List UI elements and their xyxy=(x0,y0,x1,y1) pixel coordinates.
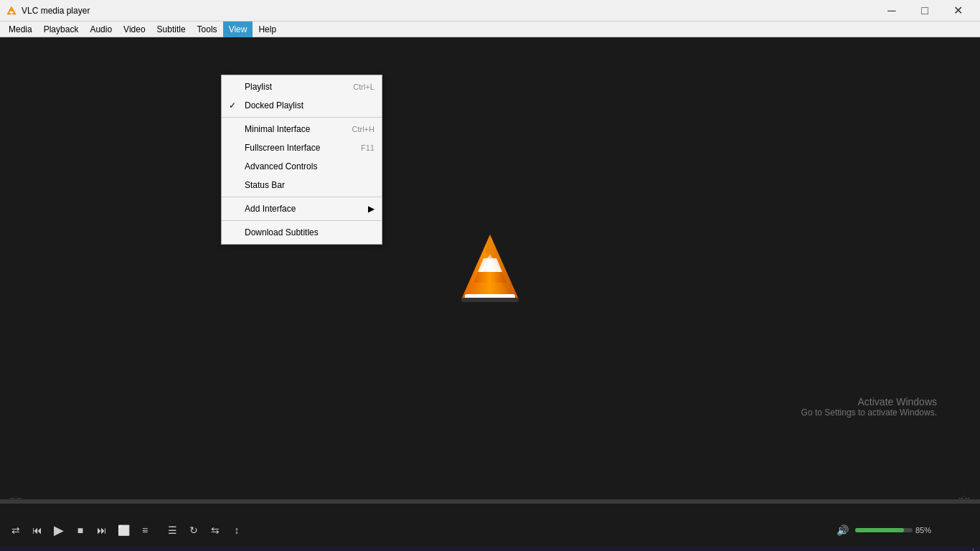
progress-row: --:-- --:-- xyxy=(0,504,980,514)
volume-bar-fill xyxy=(855,528,904,532)
loop-button[interactable]: ↕ xyxy=(227,520,247,540)
stop-button[interactable]: ■ xyxy=(70,520,90,540)
maximize-button[interactable]: □ xyxy=(908,0,941,22)
menu-bar: Media Playback Audio Video Subtitle Tool… xyxy=(0,22,980,37)
taskbar-music[interactable]: 🎵 xyxy=(550,548,576,551)
close-button[interactable]: ✕ xyxy=(941,0,974,22)
status-bar-label: Status Bar xyxy=(245,180,285,190)
minimal-interface-label: Minimal Interface xyxy=(245,124,310,134)
download-subtitles-label: Download Subtitles xyxy=(245,227,319,237)
volume-area: 🔊 85% xyxy=(832,520,937,540)
start-button[interactable] xyxy=(4,548,29,551)
svg-marker-0 xyxy=(7,6,16,14)
title-left: VLC media player xyxy=(6,5,90,17)
show-desktop-button[interactable] xyxy=(973,548,977,551)
taskbar-vlc[interactable] xyxy=(608,548,633,551)
taskbar-word[interactable]: W xyxy=(464,548,490,551)
separator-1 xyxy=(222,117,382,118)
activate-windows-subtitle: Go to Settings to activate Windows. xyxy=(801,408,937,418)
chapters-button[interactable]: ↻ xyxy=(184,520,204,540)
minimize-button[interactable]: ─ xyxy=(875,0,908,22)
volume-icon[interactable]: 🔊 xyxy=(832,520,852,540)
docked-playlist-label: Docked Playlist xyxy=(245,100,303,110)
prev-button[interactable]: ⏮ xyxy=(27,520,47,540)
fullscreen-interface-label: Fullscreen Interface xyxy=(245,143,320,153)
menu-tools[interactable]: Tools xyxy=(192,22,223,37)
taskbar-app-yellow[interactable]: G xyxy=(378,548,404,551)
shuffle-button[interactable]: ⇆ xyxy=(205,520,225,540)
time-remaining: --:-- xyxy=(958,494,970,501)
add-interface-arrow: ▶ xyxy=(368,204,374,214)
menu-video[interactable]: Video xyxy=(118,22,151,37)
next-button[interactable]: ⏭ xyxy=(92,520,112,540)
menu-item-playlist[interactable]: Playlist Ctrl+L xyxy=(222,77,382,96)
menu-view[interactable]: View xyxy=(223,22,253,37)
menu-playback[interactable]: Playback xyxy=(38,22,85,37)
taskbar-app-red[interactable]: ❤ xyxy=(493,548,519,551)
minimal-shortcut: Ctrl+H xyxy=(352,125,374,133)
stop-random-button[interactable]: ⇄ xyxy=(6,520,26,540)
activate-windows-title: Activate Windows xyxy=(801,396,937,408)
taskbar: 🔍 Type here to search ⧉ 📁 🛡 ⚙ ▲ G 🌀 W ❤ … xyxy=(0,547,980,551)
menu-audio[interactable]: Audio xyxy=(84,22,118,37)
title-bar: VLC media player ─ □ ✕ xyxy=(0,0,980,22)
activate-windows-watermark: Activate Windows Go to Settings to activ… xyxy=(801,396,937,418)
menu-item-add-interface[interactable]: Add Interface ▶ xyxy=(222,199,382,218)
menu-item-download-subtitles[interactable]: Download Subtitles xyxy=(222,223,382,242)
task-view-button[interactable]: ⧉ xyxy=(235,548,260,551)
taskbar-shield[interactable]: 🛡 xyxy=(292,548,318,551)
menu-subtitle[interactable]: Subtitle xyxy=(151,22,192,37)
vlc-icon xyxy=(6,5,17,17)
play-button[interactable]: ▶ xyxy=(49,520,69,540)
taskbar-app-circle[interactable]: ⊕ xyxy=(522,548,547,551)
system-tray: ⌨ 22°C 🌐 🔊 🔋 🔔 12:12 07/03/2022 xyxy=(842,548,977,551)
menu-item-advanced-controls[interactable]: Advanced Controls xyxy=(222,157,382,176)
extended-button[interactable]: ≡ xyxy=(135,520,155,540)
time-indicators: --:-- --:-- xyxy=(10,494,970,501)
check-docked-playlist: ✓ xyxy=(229,100,240,110)
menu-media[interactable]: Media xyxy=(3,22,38,37)
fullscreen-shortcut: F11 xyxy=(361,143,374,152)
controls-bar: ⇄ ⏮ ▶ ■ ⏭ ⬜ ≡ ☰ ↻ ⇆ ↕ 🔊 85% xyxy=(0,514,980,547)
svg-rect-1 xyxy=(10,11,14,13)
svg-rect-2 xyxy=(11,13,13,14)
separator-2 xyxy=(222,197,382,197)
volume-label: 85% xyxy=(915,526,937,534)
taskbar-file-explorer[interactable]: 📁 xyxy=(263,548,289,551)
vlc-cone xyxy=(458,231,522,310)
title-controls: ─ □ ✕ xyxy=(875,0,974,22)
menu-item-fullscreen-interface[interactable]: Fullscreen Interface F11 xyxy=(222,138,382,157)
taskbar-settings[interactable]: ⚙ xyxy=(321,548,347,551)
svg-marker-7 xyxy=(473,272,507,283)
menu-item-minimal-interface[interactable]: Minimal Interface Ctrl+H xyxy=(222,120,382,138)
view-dropdown-menu: Playlist Ctrl+L ✓ Docked Playlist Minima… xyxy=(221,75,382,245)
taskbar-chrome[interactable] xyxy=(407,548,433,551)
add-interface-label: Add Interface xyxy=(245,204,296,214)
volume-bar-background[interactable] xyxy=(855,528,913,532)
taskbar-app-green[interactable]: ▲ xyxy=(349,548,375,551)
taskbar-ps[interactable]: Ps xyxy=(579,548,605,551)
main-content: Activate Windows Go to Settings to activ… xyxy=(0,37,980,504)
playlist-shortcut: Ctrl+L xyxy=(353,83,374,91)
menu-item-status-bar[interactable]: Status Bar xyxy=(222,176,382,194)
svg-rect-9 xyxy=(461,298,519,302)
taskbar-edge[interactable]: 🌀 xyxy=(435,548,461,551)
menu-item-docked-playlist[interactable]: ✓ Docked Playlist xyxy=(222,96,382,115)
playlist-ctrl-button[interactable]: ☰ xyxy=(162,520,182,540)
separator-3 xyxy=(222,220,382,221)
window-title: VLC media player xyxy=(22,6,90,16)
menu-help[interactable]: Help xyxy=(253,22,282,37)
time-elapsed: --:-- xyxy=(10,494,22,501)
frame-button[interactable]: ⬜ xyxy=(113,520,133,540)
advanced-controls-label: Advanced Controls xyxy=(245,161,317,171)
playlist-label: Playlist xyxy=(245,82,272,92)
